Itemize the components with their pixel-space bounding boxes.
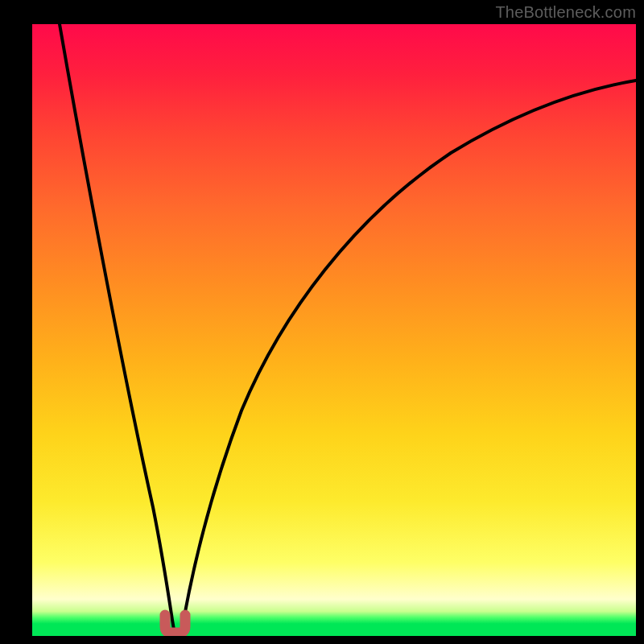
chart-frame: TheBottleneck.com (0, 0, 644, 644)
right-branch-line (182, 80, 636, 630)
left-branch-line (60, 24, 174, 630)
chart-curve-layer (32, 24, 636, 636)
chart-plot-area (32, 24, 636, 636)
watermark-text: TheBottleneck.com (495, 3, 636, 22)
optimal-point-marker (165, 615, 185, 633)
